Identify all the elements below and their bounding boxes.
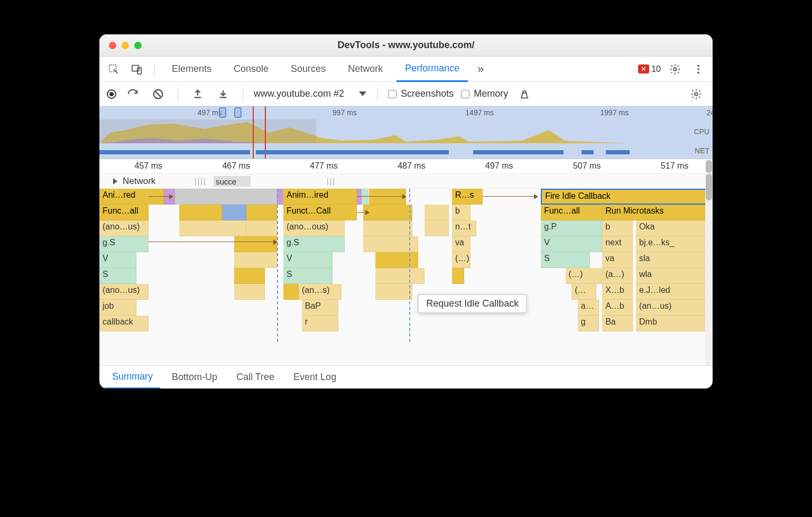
flame-block[interactable] (425, 220, 449, 236)
flame-block[interactable] (234, 284, 265, 300)
flame-block[interactable]: sla (636, 252, 706, 268)
flame-grid[interactable]: Ani…red Func…all (ano…us) g.S V S (ano…u… (99, 189, 713, 342)
flame-block[interactable]: g (578, 316, 599, 331)
flame-block[interactable]: R…s (452, 189, 483, 205)
timeline-overview[interactable]: 497 ms 997 ms 1497 ms 1997 ms 249 CPU NE… (99, 106, 713, 159)
flame-block[interactable]: g.S (99, 236, 149, 252)
time-ruler[interactable]: 457 ms 467 ms 477 ms 487 ms 497 ms 507 m… (99, 159, 713, 174)
flame-block[interactable]: V (99, 252, 136, 268)
reload-icon[interactable] (124, 85, 142, 103)
flame-block[interactable]: job (99, 300, 136, 316)
tab-call-tree[interactable]: Call Tree (229, 366, 282, 389)
expand-icon[interactable] (113, 178, 117, 184)
tab-summary[interactable]: Summary (105, 366, 160, 389)
flame-block[interactable]: b (452, 205, 470, 220)
error-count[interactable]: 10 (651, 64, 661, 74)
flame-block[interactable]: g.S (283, 236, 345, 252)
flame-block[interactable]: (ano…us) (99, 220, 149, 236)
screenshots-checkbox[interactable]: Screenshots (388, 88, 454, 99)
flame-block[interactable]: a… (578, 300, 599, 316)
flame-block[interactable]: va (602, 252, 633, 268)
error-badge-icon[interactable]: ✕ (638, 64, 649, 73)
flame-block[interactable]: wla (636, 268, 706, 284)
flame-block[interactable] (375, 252, 418, 268)
flame-block[interactable] (246, 220, 277, 236)
flame-block[interactable]: (…) (452, 252, 470, 268)
flame-block[interactable]: (an…us) (636, 300, 706, 316)
selection-bracket[interactable] (219, 107, 226, 118)
flame-block[interactable]: Ba (602, 316, 633, 331)
flame-block[interactable]: va (452, 236, 470, 252)
flame-block[interactable] (369, 189, 406, 205)
device-mode-icon[interactable] (128, 60, 146, 78)
flame-block[interactable]: callback (99, 316, 149, 331)
flame-block[interactable]: (ano…us) (99, 284, 149, 300)
tab-sources[interactable]: Sources (282, 57, 334, 81)
tab-event-log[interactable]: Event Log (286, 366, 344, 389)
download-icon[interactable] (214, 85, 232, 103)
garbage-collect-icon[interactable] (515, 85, 533, 103)
upload-icon[interactable] (189, 85, 207, 103)
clear-icon[interactable] (149, 85, 167, 103)
flame-block-selected[interactable]: Fire Idle Callback (541, 189, 706, 205)
flame-block[interactable]: r (302, 316, 339, 331)
flame-block[interactable] (363, 220, 412, 236)
flame-block[interactable] (375, 284, 412, 300)
flame-block[interactable]: (a…) (602, 268, 633, 284)
zoom-button[interactable] (134, 42, 142, 49)
flame-block[interactable]: Ani…red (99, 189, 164, 205)
settings-icon[interactable] (666, 60, 684, 78)
flame-block[interactable]: g.P (541, 220, 602, 236)
flame-block[interactable]: V (283, 252, 333, 268)
flame-block[interactable] (175, 189, 278, 205)
flame-block[interactable] (234, 252, 277, 268)
memory-checkbox[interactable]: Memory (461, 88, 508, 99)
flame-block[interactable]: (… (571, 284, 596, 300)
tab-console[interactable]: Console (225, 57, 277, 81)
flame-block[interactable]: A…b (602, 300, 633, 316)
flame-block[interactable]: Funct…Call (283, 205, 357, 220)
flame-block[interactable] (234, 236, 277, 252)
flame-block[interactable]: e.J…led (636, 284, 706, 300)
flame-block[interactable] (234, 268, 265, 284)
close-button[interactable] (109, 42, 116, 49)
selection-bracket[interactable] (234, 107, 242, 118)
session-dropdown-icon[interactable] (359, 91, 366, 96)
flame-block[interactable]: BaP (302, 300, 339, 316)
perf-settings-icon[interactable] (687, 85, 705, 103)
tab-network[interactable]: Network (339, 57, 391, 81)
flame-block[interactable] (246, 205, 277, 220)
flame-block[interactable]: V (541, 236, 602, 252)
minimize-button[interactable] (122, 42, 129, 49)
flame-block[interactable]: Func…all (99, 205, 149, 220)
network-track-header[interactable]: Network |||| succe ||| (99, 174, 713, 189)
flame-block[interactable]: (ano…ous) (283, 220, 345, 236)
tab-bottom-up[interactable]: Bottom-Up (164, 366, 225, 389)
flame-chart[interactable]: Network |||| succe ||| Ani…red Func…all … (99, 174, 713, 365)
flame-block[interactable]: next (602, 236, 633, 252)
flame-block[interactable]: S (99, 268, 136, 284)
session-select[interactable]: www.youtube.com #2 (254, 88, 344, 99)
flame-block[interactable]: bj.e…ks_ (636, 236, 706, 252)
flame-block[interactable]: Run Microtasks (602, 205, 706, 220)
flame-block[interactable] (283, 284, 299, 300)
flame-block[interactable] (362, 189, 368, 205)
network-request[interactable]: succe (214, 176, 251, 187)
flame-block[interactable]: Anim…ired (283, 189, 357, 205)
flame-block[interactable] (222, 205, 246, 220)
flame-block[interactable]: S (541, 252, 590, 268)
flame-block[interactable] (179, 205, 222, 220)
flame-block[interactable]: b (602, 220, 633, 236)
more-icon[interactable] (689, 60, 707, 78)
flame-block[interactable] (425, 205, 449, 220)
flame-block[interactable]: Dmb (636, 316, 706, 331)
record-button[interactable] (107, 89, 116, 99)
flame-block[interactable]: X…b (602, 284, 633, 300)
flame-block[interactable]: (an…s) (299, 284, 342, 300)
flame-block[interactable]: Func…all (541, 205, 602, 220)
inspect-icon[interactable] (105, 60, 123, 78)
flame-block[interactable]: n…t (452, 220, 476, 236)
tab-elements[interactable]: Elements (163, 57, 220, 81)
flame-block[interactable] (179, 220, 247, 236)
flame-block[interactable] (452, 268, 464, 284)
